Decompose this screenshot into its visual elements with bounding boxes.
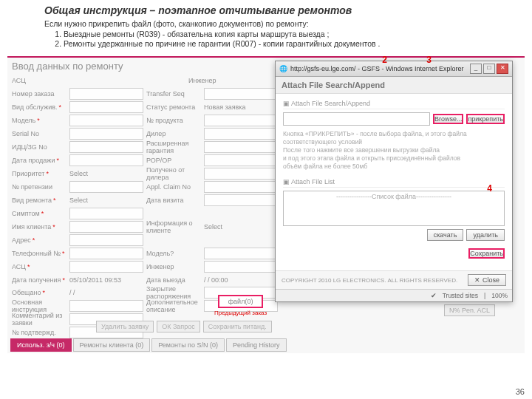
field[interactable]: [69, 181, 143, 193]
save-button[interactable]: Сохранить: [468, 248, 505, 259]
value: Select: [69, 168, 143, 179]
field[interactable]: [204, 194, 278, 206]
label: Модель?: [146, 248, 201, 259]
field[interactable]: [69, 221, 143, 233]
tabs-bar: Использ. з/ч (0) Ремонты клиента (0) Рем…: [10, 338, 287, 352]
field[interactable]: [204, 88, 278, 100]
trusted-icon: ✔: [431, 292, 437, 299]
field[interactable]: [69, 154, 143, 166]
tab-pending-history[interactable]: Pending History: [226, 338, 287, 352]
value: / / 00:00: [204, 274, 278, 285]
label: Номер заказа: [12, 88, 66, 99]
annotation-2: 2: [382, 55, 387, 65]
delete-request-button[interactable]: Удалить заявку: [96, 321, 154, 332]
label: Расширенная гарантия: [146, 141, 201, 152]
label: Вид обслужив.*: [12, 101, 66, 112]
field[interactable]: [204, 115, 278, 126]
field[interactable]: [69, 261, 143, 273]
label: Приоритет*: [12, 168, 66, 179]
field[interactable]: [204, 261, 278, 273]
field[interactable]: [69, 115, 143, 126]
file-button[interactable]: файл(0): [218, 295, 264, 308]
tab-client-repairs[interactable]: Ремонты клиента (0): [73, 338, 151, 352]
field[interactable]: [69, 300, 143, 312]
label: РОР/ОР: [146, 154, 201, 166]
close-footer-button[interactable]: ✕ Close: [468, 274, 506, 286]
hint-text: Кнопка «ПРИКРЕПИТЬ» - после выбора файла…: [283, 130, 505, 171]
label: Serial No: [12, 128, 66, 139]
label: АСЦ: [12, 77, 26, 84]
label: Основная инструкция: [12, 300, 66, 311]
field[interactable]: [204, 128, 278, 140]
label: Модель*: [12, 115, 66, 126]
label: Получено от дилера: [146, 168, 201, 179]
label: Статус ремонта: [146, 101, 201, 112]
form-buttons: Удалить заявку ОК Запрос Сохранить питан…: [96, 321, 272, 332]
label: Вид ремонта*: [12, 194, 66, 205]
download-button[interactable]: скачать: [427, 229, 464, 241]
save-request-button[interactable]: Сохранить питанд.: [203, 321, 272, 332]
label: Комментарий из заявки: [12, 313, 66, 324]
file-button-group: файл(0) Предыдущий заказ: [214, 295, 267, 316]
field[interactable]: [69, 208, 143, 219]
label: Информация о клиенте: [146, 221, 201, 232]
file-list[interactable]: ----------------Список файла------------…: [283, 191, 505, 226]
label: Transfer Seq: [146, 88, 201, 99]
minimize-button[interactable]: _: [470, 64, 482, 74]
status-bar: ✔ Trusted sites | 100%: [276, 289, 512, 301]
label: Дополнительное описание: [146, 300, 201, 311]
browse-button[interactable]: Browse...: [433, 114, 464, 124]
file-path-input[interactable]: [283, 112, 430, 126]
label: № подтвержд.: [12, 327, 66, 338]
ok-request-button[interactable]: ОК Запрос: [157, 321, 200, 332]
label: Дата выезда: [146, 274, 201, 285]
field[interactable]: [69, 234, 143, 246]
copyright: COPYRIGHT 2010 LG ELECTRONICS. ALL RIGHT…: [282, 277, 457, 284]
section-list: ▣ Attach File List: [283, 178, 505, 188]
label: ИДЦ/3G No: [12, 141, 66, 152]
label: Симптом*: [12, 208, 66, 219]
label: № продукта: [146, 115, 201, 126]
label: № претензии: [12, 181, 66, 192]
label: Appl. Claim No: [146, 181, 201, 192]
field[interactable]: [69, 248, 143, 259]
popup-header: Attach File Search/Append: [276, 77, 512, 94]
tab-sn-repairs[interactable]: Ремонты по S/N (0): [151, 338, 225, 352]
instruction-list: Выездные ремонты (R039) - обязательна ко…: [44, 30, 520, 48]
delete-button[interactable]: удалить: [466, 229, 505, 241]
field[interactable]: [204, 141, 278, 153]
label: Закрытие распоряжения: [146, 287, 201, 298]
attach-button[interactable]: прикрепить: [466, 114, 505, 124]
label: Инженер: [146, 261, 201, 272]
pen-acl-button[interactable]: N% Pen. ACL: [444, 304, 495, 316]
popup-body: ▣ Attach File Search/Append Browse... пр…: [276, 94, 512, 270]
close-button[interactable]: ✕: [497, 64, 508, 74]
field[interactable]: [69, 141, 143, 153]
maximize-button[interactable]: □: [483, 64, 495, 74]
value: / /: [69, 287, 143, 298]
label: Телефонный №*: [12, 248, 66, 259]
popup-footer: COPYRIGHT 2010 LG ELECTRONICS. ALL RIGHT…: [276, 270, 512, 289]
attach-file-popup: 🌐 http://gsfs-eu.lge.com/ - GSFS - Windo…: [275, 61, 513, 302]
annotation-3: 3: [426, 55, 432, 65]
label: АСЦ*: [12, 261, 66, 272]
trusted-label: Trusted sites: [443, 292, 478, 299]
value: Select: [204, 221, 278, 232]
field[interactable]: [204, 168, 278, 180]
page-title: Общая инструкция – поэтапное отчитывание…: [44, 4, 520, 16]
screenshot-container: Ввод данных по ремонту АСЦ Инженер Номер…: [7, 56, 525, 353]
tab-parts[interactable]: Использ. з/ч (0): [10, 338, 72, 352]
page-number: 36: [516, 387, 525, 396]
field[interactable]: [69, 88, 143, 100]
value: Select: [69, 194, 143, 205]
field[interactable]: [204, 248, 278, 259]
label: Дата получения*: [12, 274, 66, 285]
field[interactable]: [204, 181, 278, 193]
label: Инженер: [188, 77, 216, 84]
label: Дата продажи*: [12, 154, 66, 166]
field[interactable]: [69, 101, 143, 113]
label: Дилер: [146, 128, 201, 139]
field[interactable]: [204, 154, 278, 166]
field[interactable]: [69, 128, 143, 140]
instruction-header: Общая инструкция – поэтапное отчитывание…: [0, 0, 532, 52]
